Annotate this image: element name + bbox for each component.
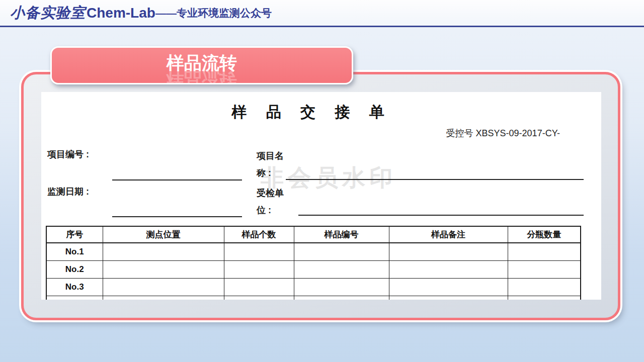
fill-line-project-number <box>112 179 242 180</box>
field-label-project-name: 项目名称 : <box>257 147 287 182</box>
table-cell-empty <box>103 296 224 300</box>
field-label-project-number: 项目编号 : <box>47 148 89 160</box>
banner-label-reflection: 样品流转 <box>167 68 237 85</box>
field-label-monitor-date: 监测日期 : <box>47 186 89 198</box>
table-cell-empty <box>224 296 294 300</box>
table-cell-empty <box>508 296 581 300</box>
row-number-cell: No.1 <box>46 243 103 260</box>
table-header-cell: 样品个数 <box>224 226 294 243</box>
sample-table: 序号 测点位置 样品个数 样品编号 样品备注 分瓶数量 No.1 <box>46 226 581 300</box>
table-cell-empty <box>508 243 581 260</box>
row-number-cell: No.2 <box>46 260 103 278</box>
header-bar: 小备实验室 Chem-Lab ——专业环境监测公众号 <box>0 0 644 27</box>
table-row: No.1 <box>46 243 581 260</box>
table-cell-empty <box>103 260 224 278</box>
fill-line-project-name <box>286 179 584 180</box>
table-row: No.2 <box>46 260 581 278</box>
table-cell-empty <box>103 278 224 296</box>
table-cell-empty <box>294 243 389 260</box>
table-cell-empty <box>224 260 294 278</box>
table-cell-empty <box>389 243 508 260</box>
fill-line-monitor-date <box>112 216 242 217</box>
table-cell-empty <box>508 260 581 278</box>
table-cell-empty <box>508 278 581 296</box>
document-title: 样 品 交 接 单 <box>41 102 601 123</box>
brand-script-text: 小备实验室 <box>10 3 86 23</box>
table-cell-empty <box>389 278 508 296</box>
brand-name-text: Chem-Lab <box>87 5 155 21</box>
table-header-cell: 样品备注 <box>389 226 508 243</box>
brand-tagline-text: ——专业环境监测公众号 <box>155 6 272 20</box>
table-cell-empty <box>224 243 294 260</box>
table-header-cell: 样品编号 <box>294 226 389 243</box>
table-cell-empty <box>294 296 389 300</box>
sample-flow-banner: 样品流转 样品流转 <box>50 46 353 84</box>
row-number-cell: No.4 <box>46 296 103 300</box>
field-label-inspected-unit: 受检单位 : <box>257 185 287 219</box>
table-cell-empty <box>294 260 389 278</box>
table-row: No.4 <box>46 296 581 300</box>
table-header-cell: 测点位置 <box>103 226 224 243</box>
row-number-cell: No.3 <box>46 278 103 296</box>
table-cell-empty <box>103 243 224 260</box>
table-header-row: 序号 测点位置 样品个数 样品编号 样品备注 分瓶数量 <box>46 226 581 243</box>
table-row: No.3 <box>46 278 581 296</box>
document-sheet: 非会员水印 样 品 交 接 单 受控号 XBSYS-09-2017-CY- 项目… <box>41 92 601 300</box>
table-cell-empty <box>224 278 294 296</box>
table-cell-empty <box>389 260 508 278</box>
slide: 小备实验室 Chem-Lab ——专业环境监测公众号 样品流转 样品流转 非会员… <box>0 0 644 362</box>
table-header-cell: 序号 <box>46 226 103 243</box>
control-number: 受控号 XBSYS-09-2017-CY- <box>446 127 560 139</box>
table-cell-empty <box>294 278 389 296</box>
table-header-cell: 分瓶数量 <box>508 226 581 243</box>
fill-line-inspected-unit <box>298 215 584 216</box>
table-cell-empty <box>389 296 508 300</box>
